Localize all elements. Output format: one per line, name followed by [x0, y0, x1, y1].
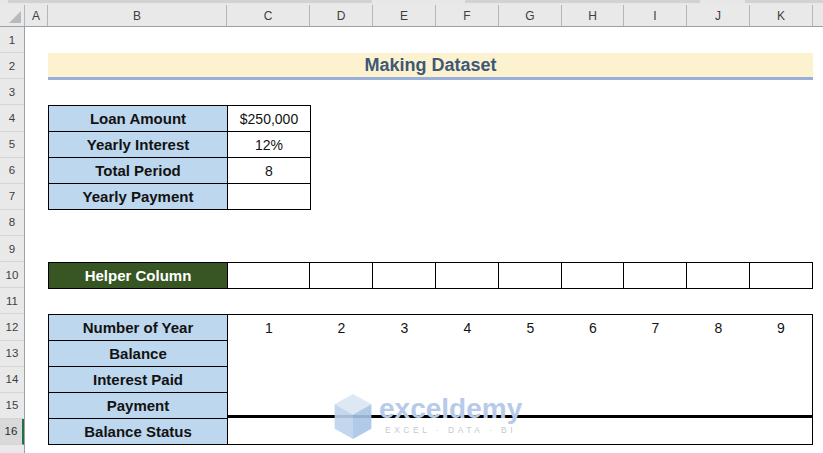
year-cell[interactable]: 4: [436, 315, 499, 341]
table-row: Loan Amount $250,000: [48, 105, 311, 132]
top-strip-segment: [8, 0, 372, 3]
total-period-value-cell[interactable]: 8: [227, 157, 311, 184]
column-header-c[interactable]: C: [227, 5, 310, 26]
year-cell[interactable]: 3: [373, 315, 436, 341]
helper-cell[interactable]: [562, 263, 624, 288]
column-header-h[interactable]: H: [562, 5, 624, 26]
row-header-11[interactable]: 11: [0, 288, 24, 314]
row-header-10[interactable]: 10: [0, 262, 24, 288]
sheet-title-cell[interactable]: Making Dataset: [48, 53, 813, 80]
column-header-j[interactable]: J: [687, 5, 750, 26]
yearly-payment-label-cell[interactable]: Yearly Payment: [48, 183, 228, 210]
yearly-payment-value-cell[interactable]: [227, 183, 311, 210]
column-header-b[interactable]: B: [48, 5, 227, 26]
interest-paid-label-cell[interactable]: Interest Paid: [48, 366, 228, 393]
row-header-4[interactable]: 4: [0, 105, 24, 131]
loan-amount-value-cell[interactable]: $250,000: [227, 105, 311, 132]
helper-column-label-cell[interactable]: Helper Column: [48, 262, 228, 289]
top-strip-segment: [465, 0, 700, 3]
year-cell[interactable]: 8: [687, 315, 750, 341]
year-cell[interactable]: 7: [624, 315, 687, 341]
helper-cell[interactable]: [436, 263, 499, 288]
row-header-8[interactable]: 8: [0, 210, 24, 236]
helper-cell[interactable]: [750, 263, 812, 288]
row-header-partial[interactable]: [0, 445, 24, 452]
row-header-2[interactable]: 2: [0, 53, 24, 79]
row-header-13[interactable]: 13: [0, 341, 24, 367]
top-strip-segment: [745, 0, 823, 3]
helper-cell[interactable]: [310, 263, 373, 288]
yearly-interest-value-cell[interactable]: 12%: [227, 131, 311, 158]
row-header-5[interactable]: 5: [0, 132, 24, 158]
row-header-3[interactable]: 3: [0, 79, 24, 105]
year-cell[interactable]: 5: [499, 315, 562, 341]
payment-label-cell[interactable]: Payment: [48, 392, 228, 419]
row-header-7[interactable]: 7: [0, 184, 24, 210]
year-cell[interactable]: 9: [750, 315, 812, 341]
column-header-k[interactable]: K: [750, 5, 813, 26]
column-header-a[interactable]: A: [25, 5, 48, 26]
balance-label-cell[interactable]: Balance: [48, 340, 228, 367]
loan-info-table: Loan Amount $250,000 Yearly Interest 12%…: [48, 105, 311, 210]
helper-cells-row: [227, 262, 813, 289]
helper-cell[interactable]: [624, 263, 687, 288]
row-header-1[interactable]: 1: [0, 27, 24, 53]
number-of-year-label-cell[interactable]: Number of Year: [48, 314, 228, 341]
row-header-bar: 1 2 3 4 5 6 7 8 9 10 11 12 13 14 15 16: [0, 27, 25, 453]
row-header-15[interactable]: 15: [0, 393, 24, 419]
helper-cell[interactable]: [499, 263, 562, 288]
year-cell[interactable]: 6: [562, 315, 624, 341]
years-row: 1 2 3 4 5 6 7 8 9: [228, 315, 812, 341]
helper-cell[interactable]: [687, 263, 750, 288]
total-period-label-cell[interactable]: Total Period: [48, 157, 228, 184]
schedule-data-region: 1 2 3 4 5 6 7 8 9: [227, 314, 813, 445]
helper-cell[interactable]: [228, 263, 310, 288]
balance-status-data-row[interactable]: [228, 415, 812, 444]
loan-amount-label-cell[interactable]: Loan Amount: [48, 105, 228, 132]
table-row: Yearly Payment: [48, 183, 311, 210]
schedule-empty-area[interactable]: [228, 341, 812, 415]
row-header-16-active[interactable]: 16: [0, 419, 24, 445]
column-header-f[interactable]: F: [436, 5, 499, 26]
select-all-triangle-icon: [9, 11, 21, 23]
schedule-label-column: Number of Year Balance Interest Paid Pay…: [48, 314, 228, 445]
select-all-corner[interactable]: [0, 5, 25, 26]
year-cell[interactable]: 1: [228, 315, 310, 341]
yearly-interest-label-cell[interactable]: Yearly Interest: [48, 131, 228, 158]
row-header-12[interactable]: 12: [0, 314, 24, 340]
column-header-i[interactable]: I: [624, 5, 687, 26]
balance-status-label-cell[interactable]: Balance Status: [48, 418, 228, 445]
year-cell[interactable]: 2: [310, 315, 373, 341]
row-header-9[interactable]: 9: [0, 236, 24, 262]
excel-spreadsheet: A B C D E F G H I J K 1 2 3 4 5 6 7 8 9 …: [0, 0, 823, 453]
table-row: Yearly Interest 12%: [48, 131, 311, 158]
column-header-e[interactable]: E: [373, 5, 436, 26]
row-header-14[interactable]: 14: [0, 367, 24, 393]
table-row: Total Period 8: [48, 157, 311, 184]
helper-cell[interactable]: [373, 263, 436, 288]
column-header-bar: A B C D E F G H I J K: [0, 5, 823, 27]
column-header-g[interactable]: G: [499, 5, 562, 26]
column-header-d[interactable]: D: [310, 5, 373, 26]
column-header-partial[interactable]: [813, 5, 823, 26]
row-header-6[interactable]: 6: [0, 158, 24, 184]
